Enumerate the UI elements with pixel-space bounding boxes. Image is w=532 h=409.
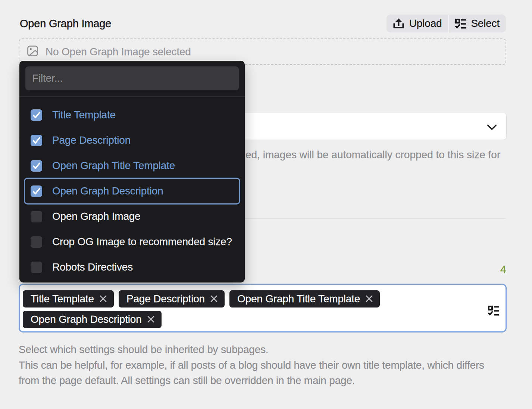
selected-tag: Title Template (23, 290, 114, 307)
tag-label: Title Template (31, 293, 94, 305)
inherit-help-text: Select which settings should be inherite… (19, 342, 484, 388)
option-checkbox[interactable] (31, 185, 42, 197)
filter-input[interactable] (25, 66, 239, 90)
select-button[interactable]: Select (449, 15, 506, 32)
dropdown-option[interactable]: Crop OG Image to recommended size? (19, 229, 245, 255)
no-image-text: No Open Graph Image selected (46, 46, 191, 58)
image-icon (27, 46, 38, 58)
asset-actions-group: Upload Select (387, 15, 506, 32)
option-checkbox[interactable] (31, 135, 42, 146)
tag-label: Page Description (126, 293, 205, 305)
dropdown-option[interactable]: Page Description (19, 128, 245, 153)
tag-remove-icon[interactable] (366, 293, 373, 305)
option-checkbox[interactable] (31, 236, 42, 248)
upload-button[interactable]: Upload (387, 15, 448, 32)
option-label: Open Graph Image (52, 210, 141, 222)
inherit-settings-dropdown: Title Template Page Description Open Gra… (19, 61, 245, 282)
inherit-settings-multiselect[interactable]: Title Template Page Description Open Gra… (19, 284, 507, 332)
tag-label: Open Graph Description (31, 313, 142, 325)
option-label: Crop OG Image to recommended size? (52, 236, 232, 248)
option-checkbox[interactable] (31, 109, 42, 121)
selected-count-badge: 4 (500, 263, 506, 276)
dropdown-filter-wrap (19, 61, 245, 96)
field-label-open-graph-image: Open Graph Image (20, 18, 111, 30)
selected-tag: Open Graph Description (23, 311, 162, 328)
option-label: Title Template (52, 109, 116, 121)
checklist-icon (455, 18, 466, 29)
option-label: Open Graph Title Template (52, 160, 175, 172)
dropdown-option-list: Title Template Page Description Open Gra… (19, 97, 245, 282)
option-checkbox[interactable] (31, 160, 42, 172)
upload-icon (393, 18, 404, 29)
option-checkbox[interactable] (31, 211, 42, 222)
select-button-label: Select (471, 18, 500, 29)
option-label: Page Description (52, 134, 131, 146)
help-line-3: from the page default. All settings can … (19, 373, 484, 388)
upload-button-label: Upload (409, 18, 442, 29)
dropdown-option[interactable]: Title Template (19, 102, 245, 128)
option-label: Open Graph Description (52, 185, 163, 197)
tag-remove-icon[interactable] (210, 293, 218, 305)
selected-tag: Open Graph Title Template (229, 290, 380, 307)
dropdown-option[interactable]: Open Graph Image (19, 204, 245, 229)
help-line-1: Select which settings should be inherite… (19, 342, 484, 358)
size-select-help-fragment: ed, images will be automatically cropped… (245, 149, 500, 161)
dropdown-option[interactable]: Open Graph Description (19, 178, 245, 204)
tag-remove-icon[interactable] (147, 313, 154, 325)
selected-tag: Page Description (119, 290, 225, 307)
option-checkbox[interactable] (31, 262, 42, 273)
chevron-down-icon (487, 122, 497, 134)
dropdown-option[interactable]: Robots Directives (19, 255, 245, 280)
tag-remove-icon[interactable] (100, 293, 107, 305)
tag-label: Open Graph Title Template (237, 293, 360, 305)
multiselect-checklist-icon[interactable] (488, 305, 499, 317)
dropdown-option[interactable]: Open Graph Title Template (19, 153, 245, 178)
option-label: Robots Directives (52, 261, 133, 273)
help-line-2: This can be helpful, for example, if all… (19, 358, 484, 373)
